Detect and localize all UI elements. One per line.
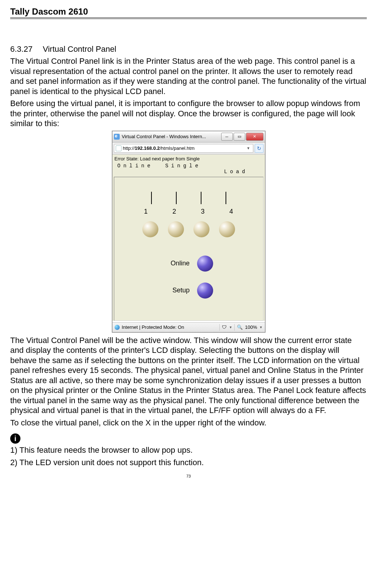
browser-window: Virtual Control Panel - Windows Intern..… — [112, 131, 265, 332]
online-button[interactable] — [197, 256, 213, 272]
paragraph-4: To close the virtual panel, click on the… — [10, 418, 367, 428]
internet-zone-icon — [115, 325, 120, 330]
paragraph-1: The Virtual Control Panel link is in the… — [10, 56, 367, 96]
status-bar: Internet | Protected Mode: On 🛡 ▼ 🔍 100%… — [112, 322, 265, 332]
lcd-display: Online Single Load — [115, 163, 263, 175]
header-rule — [10, 17, 367, 19]
security-dropdown-icon[interactable]: ▼ — [229, 326, 232, 329]
minimize-button[interactable]: ─ — [221, 133, 233, 141]
virtual-panel: 1 2 3 4 Online — [114, 177, 263, 321]
section-title: Virtual Control Panel — [43, 44, 116, 54]
panel-number-3: 3 — [199, 208, 207, 215]
panel-number-4: 4 — [228, 208, 235, 215]
zoom-value: 100% — [245, 324, 257, 330]
note-1: 1) This feature needs the browser to all… — [10, 445, 367, 455]
url-input[interactable]: http://192.168.0.2/htmls/panel.htm ▼ — [114, 144, 253, 153]
status-text: Internet | Protected Mode: On — [122, 324, 184, 330]
zoom-dropdown-icon[interactable]: ▼ — [259, 326, 263, 329]
page-header: Tally Dascom 2610 — [10, 7, 367, 17]
setup-label: Setup — [164, 287, 190, 294]
tick-mark — [226, 192, 226, 204]
url-dropdown-icon[interactable]: ▼ — [246, 146, 251, 150]
tick-mark — [176, 192, 177, 204]
address-bar: http://192.168.0.2/htmls/panel.htm ▼ ↻ — [112, 143, 265, 155]
error-state-text: Error State: Load next paper from Single — [112, 155, 265, 163]
info-icon: i — [10, 433, 20, 444]
window-title: Virtual Control Panel - Windows Intern..… — [122, 134, 220, 139]
lcd-line-1: Online Single — [115, 163, 263, 169]
url-text: http://192.168.0.2/htmls/panel.htm — [123, 145, 195, 151]
panel-button-1[interactable] — [142, 221, 158, 237]
page-content: Error State: Load next paper from Single… — [112, 155, 265, 321]
section-heading: 6.3.27Virtual Control Panel — [10, 44, 367, 54]
panel-number-2: 2 — [171, 208, 178, 215]
panel-button-4[interactable] — [219, 221, 235, 237]
panel-button-3[interactable] — [193, 221, 209, 237]
lcd-line-2: Load — [115, 169, 263, 175]
section-number: 6.3.27 — [10, 44, 32, 54]
security-icon[interactable]: 🛡 — [222, 324, 227, 330]
online-label: Online — [164, 260, 190, 267]
paragraph-3: The Virtual Control Panel will be the ac… — [10, 335, 367, 416]
refresh-button[interactable]: ↻ — [255, 144, 263, 153]
zoom-icon[interactable]: 🔍 — [237, 324, 243, 330]
window-titlebar: Virtual Control Panel - Windows Intern..… — [112, 131, 265, 143]
page-number: 73 — [10, 474, 367, 478]
ie-favicon-icon — [114, 134, 120, 140]
setup-button[interactable] — [197, 283, 213, 299]
maximize-button[interactable]: ▭ — [234, 133, 245, 141]
paragraph-2: Before using the virtual panel, it is im… — [10, 98, 367, 129]
tick-mark — [151, 192, 152, 204]
tick-mark — [201, 192, 201, 204]
panel-button-2[interactable] — [168, 221, 184, 237]
panel-number-1: 1 — [142, 208, 150, 215]
page-favicon-icon — [116, 145, 122, 151]
close-button[interactable]: ✕ — [246, 133, 263, 141]
note-2: 2) The LED version unit does not support… — [10, 457, 367, 468]
